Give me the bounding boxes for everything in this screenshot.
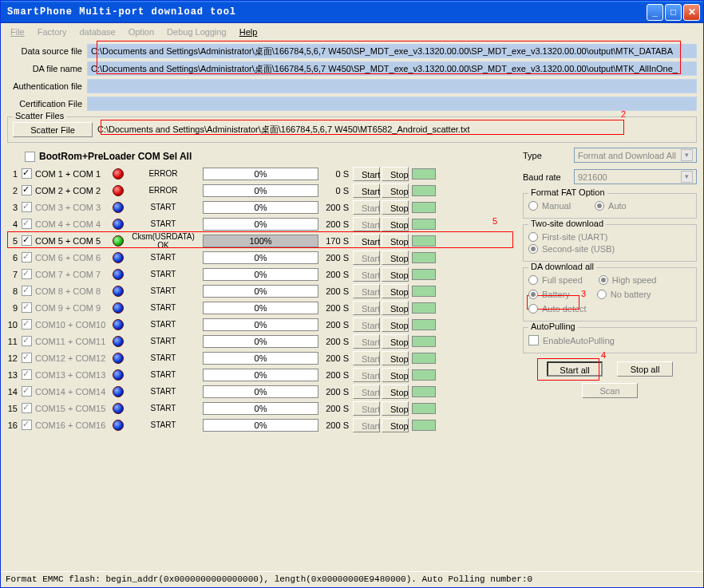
progress-bar: 0%: [203, 302, 318, 314]
minimize-button[interactable]: _: [647, 4, 663, 21]
no-battery-radio[interactable]: [597, 290, 607, 299]
start-button[interactable]: Start: [353, 167, 380, 181]
com-checkbox[interactable]: [22, 202, 32, 212]
status-message: START: [125, 387, 201, 396]
com-checkbox[interactable]: [22, 235, 32, 246]
progress-bar: 0%: [203, 352, 318, 365]
bootrom-sel-all-checkbox[interactable]: [25, 152, 35, 162]
start-button[interactable]: Start: [353, 200, 380, 215]
format-fat-fieldset: Format FAT Option Manual Auto: [523, 193, 697, 219]
com-checkbox[interactable]: [22, 369, 32, 380]
stop-all-button[interactable]: Stop all: [617, 361, 673, 377]
start-button[interactable]: Start: [353, 318, 380, 332]
stop-button[interactable]: Stop: [382, 418, 409, 432]
second-site-radio[interactable]: [528, 244, 538, 254]
row-index: 4: [7, 219, 20, 229]
stop-button[interactable]: Stop: [382, 385, 409, 399]
menu-debug[interactable]: Debug Logging: [162, 26, 231, 38]
menu-database[interactable]: database: [74, 26, 120, 38]
com-row: 5COM 5 + COM 5Cksm(USRDATA) OK100%170 SS…: [7, 232, 516, 249]
start-button[interactable]: Start: [353, 368, 380, 382]
start-all-button[interactable]: Start all: [547, 361, 603, 377]
auth-file-input[interactable]: [87, 79, 697, 93]
status-message: START: [125, 353, 201, 362]
com-checkbox[interactable]: [22, 269, 32, 279]
time-value: 200 S: [320, 286, 352, 296]
com-checkbox[interactable]: [22, 185, 32, 195]
stop-button[interactable]: Stop: [382, 200, 409, 215]
com-checkbox[interactable]: [22, 336, 32, 346]
stop-button[interactable]: Stop: [382, 401, 409, 416]
stop-button[interactable]: Stop: [382, 301, 409, 315]
start-button[interactable]: Start: [353, 284, 380, 298]
cert-file-input[interactable]: [87, 97, 697, 111]
auto-detect-radio[interactable]: [528, 304, 538, 314]
start-button[interactable]: Start: [353, 251, 380, 265]
stop-button[interactable]: Stop: [382, 251, 409, 265]
da-file-input[interactable]: C:\Documents and Settings\Administrator\…: [87, 61, 697, 76]
result-led: [412, 252, 436, 263]
com-checkbox[interactable]: [22, 168, 32, 179]
stop-button[interactable]: Stop: [382, 351, 409, 365]
com-checkbox[interactable]: [22, 286, 32, 296]
stop-button[interactable]: Stop: [382, 217, 409, 231]
com-checkbox[interactable]: [22, 302, 32, 313]
start-button[interactable]: Start: [353, 234, 380, 248]
menu-file[interactable]: File: [6, 26, 30, 38]
fat-auto-radio[interactable]: [595, 201, 604, 211]
com-checkbox[interactable]: [22, 319, 32, 330]
progress-bar: 0%: [203, 318, 318, 331]
stop-button[interactable]: Stop: [382, 267, 409, 282]
stop-button[interactable]: Stop: [382, 184, 409, 198]
baud-select[interactable]: 921600▾: [574, 169, 697, 184]
close-button[interactable]: ✕: [683, 4, 700, 21]
com-checkbox[interactable]: [22, 403, 32, 413]
start-button[interactable]: Start: [353, 184, 380, 198]
start-button[interactable]: Start: [353, 217, 380, 231]
com-row: 16COM16 + COM16START0%200 SStartStop: [7, 416, 516, 433]
window-title: SmartPhone Multi-port download tool: [4, 6, 647, 18]
start-button[interactable]: Start: [353, 267, 380, 282]
com-name: COM11 + COM11: [33, 337, 111, 346]
stop-button[interactable]: Stop: [382, 334, 409, 349]
scatter-path-input[interactable]: C:\Documents and Settings\Administrator\…: [97, 124, 691, 136]
time-value: 200 S: [320, 203, 352, 212]
battery-radio[interactable]: [528, 290, 538, 299]
stop-button[interactable]: Stop: [382, 167, 409, 181]
stop-button[interactable]: Stop: [382, 368, 409, 382]
start-button[interactable]: Start: [353, 385, 380, 399]
start-button[interactable]: Start: [353, 418, 380, 432]
fat-manual-radio[interactable]: [528, 201, 538, 211]
enable-autopulling-checkbox[interactable]: [528, 335, 539, 345]
com-checkbox[interactable]: [22, 420, 32, 430]
start-button[interactable]: Start: [353, 401, 380, 416]
status-message: START: [125, 337, 201, 345]
start-button[interactable]: Start: [353, 334, 380, 349]
menu-help[interactable]: Help: [235, 26, 263, 38]
full-speed-radio[interactable]: [528, 275, 538, 285]
com-checkbox[interactable]: [22, 219, 32, 229]
data-source-label: Data source file: [7, 46, 87, 56]
scatter-fieldset: Scatter Files 2 Scatter File C:\Document…: [7, 116, 697, 143]
stop-button[interactable]: Stop: [382, 318, 409, 332]
com-checkbox[interactable]: [22, 386, 32, 397]
start-button[interactable]: Start: [353, 351, 380, 365]
stop-button[interactable]: Stop: [382, 284, 409, 298]
scan-button[interactable]: Scan: [582, 383, 638, 398]
stop-button[interactable]: Stop: [382, 234, 409, 248]
menu-factory[interactable]: Factory: [33, 26, 72, 38]
start-button[interactable]: Start: [353, 301, 380, 315]
data-source-input[interactable]: C:\Documents and Settings\Administrator\…: [87, 44, 697, 58]
com-checkbox[interactable]: [22, 252, 32, 262]
result-led: [412, 235, 436, 247]
high-speed-radio[interactable]: [599, 275, 608, 285]
type-select[interactable]: Format and Download All▾: [574, 148, 697, 163]
scatter-file-button[interactable]: Scatter File: [13, 122, 93, 137]
maximize-button[interactable]: □: [665, 4, 682, 21]
first-site-radio[interactable]: [528, 232, 538, 242]
com-checkbox[interactable]: [22, 353, 32, 363]
menu-option[interactable]: Option: [124, 26, 159, 38]
result-led: [412, 403, 436, 414]
com-name: COM 5 + COM 5: [33, 236, 111, 246]
result-led: [412, 319, 436, 330]
